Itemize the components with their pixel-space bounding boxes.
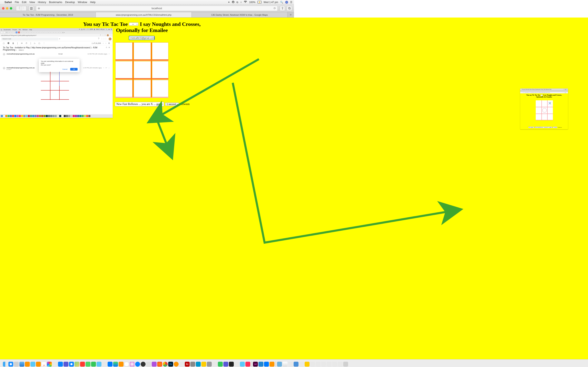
menu-bookmarks[interactable]: Bookmarks xyxy=(49,1,62,4)
ttt-cell-2-0[interactable] xyxy=(115,80,132,97)
gmail-siri-icon: ◉ xyxy=(108,29,110,31)
tab-googlemaps[interactable]: 136 Darley Street, Newtown NSW to trias … xyxy=(192,12,287,17)
bluetooth-icon[interactable]: ᚼ xyxy=(240,1,242,4)
mail-icon: ✉ xyxy=(21,42,23,44)
gmail-time: 12:58 PM (49 minutes ago) xyxy=(87,53,107,55)
star-icon: ☆ xyxy=(102,34,104,36)
ttt-cell-0-2[interactable] xyxy=(152,42,168,59)
more-icon: ⋮ xyxy=(110,34,112,36)
embedded-gmail-screenshot: ry Bookmarks People Tab Window Help ✦ ⓜ … xyxy=(0,28,113,118)
menuextra-icon[interactable]: ✦ xyxy=(228,1,230,4)
menu-help[interactable]: Help xyxy=(90,1,95,4)
gmail-from-2: rmetcalfe@rjmprogramming.com.au xyxy=(7,67,35,69)
gmail-spotlight-icon: 🔍 xyxy=(105,29,107,31)
label-icon: ▢ xyxy=(38,42,40,44)
gmail-embedded-dock xyxy=(0,114,113,118)
close-window-button[interactable] xyxy=(2,7,4,9)
avatar-icon xyxy=(107,34,109,36)
interval-select[interactable]: 1 second xyxy=(165,103,179,106)
ttt-cell-0-0[interactable] xyxy=(115,42,132,59)
tab-label: Tic Tac Toe - RJM Programming - December… xyxy=(23,14,73,16)
snooze-icon: ⏱ xyxy=(26,42,27,44)
window-controls xyxy=(2,7,12,9)
inbox-badge: Inbox x xyxy=(18,49,24,51)
email-value: rmetcalfe15@gmail.com xyxy=(130,37,154,39)
menubar-app[interactable]: Safari xyxy=(4,1,12,4)
gmail-search-input[interactable] xyxy=(1,38,58,40)
next-icon: › xyxy=(105,42,106,44)
forward-button[interactable]: 〉 xyxy=(21,6,26,11)
spotlight-icon[interactable]: 🔍 xyxy=(280,1,283,4)
gmail-toolbar: ▢ ⓿ 🗑 │ ✉ ⏱ │ ▷ ▢ ⋮ 1 of 19,208 ‹ › ⚙ xyxy=(0,41,113,45)
address-bar[interactable]: ⊕ localhost ⟳ xyxy=(36,6,278,11)
gmail-menuextra-icon: ✦ xyxy=(79,29,80,31)
headline-select[interactable]: ... xyxy=(129,22,138,26)
gmail-body: Tic Tac Toe - Invitation to Play ( http:… xyxy=(0,45,113,115)
star-icon: ☆ xyxy=(103,67,104,69)
gmail-search-row: ▾ ?⋮⋮⋮ xyxy=(0,37,113,41)
menu-develop[interactable]: Develop xyxy=(65,1,75,4)
gmail-from: rmetcalfe@rjmprogramming.com.au xyxy=(7,53,35,55)
new-tab-button[interactable]: ＋ xyxy=(287,12,294,17)
reply-icon: ↩ xyxy=(105,67,107,69)
airplay-icon[interactable]: ⧉ xyxy=(236,1,238,4)
gmail-wifi-icon: ⥣ xyxy=(87,29,89,31)
dialog-line-2: Are you sure? xyxy=(41,64,78,66)
gmail-menu-item: Help xyxy=(29,29,32,30)
tab-tictactoe[interactable]: Tic Tac Toe - RJM Programming - December… xyxy=(0,12,96,17)
back-button[interactable]: 〈 xyxy=(16,6,21,11)
sidebar-button[interactable]: ▥ xyxy=(29,6,34,11)
gmail-menu-item: People xyxy=(12,29,17,30)
back-icon: ▢ xyxy=(3,42,5,44)
status-text-box[interactable]: New Fast Reflexes ... you are X ... game xyxy=(115,102,164,106)
gmail-from-label: Gmail xyxy=(58,53,63,55)
menuextra-icon[interactable]: ⓜ xyxy=(232,0,234,4)
headline-part-b: I say Noughts and Crosses, xyxy=(140,21,201,27)
popout-icon: ⧉ xyxy=(109,47,110,49)
safari-tabstrip: Tic Tac Toe - RJM Programming - December… xyxy=(0,12,294,17)
gmail-menu-item: Bookmarks xyxy=(4,29,11,30)
menu-window[interactable]: Window xyxy=(78,1,87,4)
ttt-cell-1-0[interactable] xyxy=(115,61,132,78)
gmail-menu-item: Tab xyxy=(18,29,21,30)
search-icon: ⚲ xyxy=(100,34,101,36)
status-line: New Fast Reflexes ... you are X ... game… xyxy=(115,102,190,106)
share-button[interactable]: ⇪ xyxy=(280,6,285,11)
minimize-window-button[interactable] xyxy=(6,7,8,9)
ttt-cell-1-1[interactable] xyxy=(134,61,151,78)
page-content: You say Tic Tac Toe ... I say Noughts an… xyxy=(0,17,294,184)
ttt-cell-1-2[interactable] xyxy=(152,61,168,78)
star-icon: ☆ xyxy=(108,53,110,55)
help-icon: ? xyxy=(98,38,99,40)
ttt-cell-2-1[interactable] xyxy=(134,80,151,97)
url-text: localhost xyxy=(151,7,162,10)
gmail-to: to me xyxy=(7,69,10,70)
apps-icon: ⋮⋮⋮ xyxy=(101,38,107,40)
ttt-cell-2-2[interactable] xyxy=(152,80,168,97)
gmail-subject: Tic Tac Toe - Invitation to Play ( http:… xyxy=(3,47,104,51)
ttt-cell-0-1[interactable] xyxy=(134,42,151,59)
wifi-icon[interactable] xyxy=(244,1,247,4)
email-input[interactable]: rmetcalfe15@gmail.com xyxy=(129,36,155,40)
cancel-button[interactable]: Cancel xyxy=(62,68,68,71)
zoom-window-button[interactable] xyxy=(10,7,12,9)
menubar-clock[interactable]: Wed 1:47 pm xyxy=(264,1,278,4)
notification-center-icon[interactable]: ☰ xyxy=(290,1,292,4)
add-page-icon[interactable]: ⊕ xyxy=(38,7,40,10)
reload-icon[interactable]: ⟳ xyxy=(274,7,276,10)
menu-view[interactable]: View xyxy=(29,1,35,4)
menu-file[interactable]: File xyxy=(15,1,19,4)
gmail-tab-row: ‹› GGGG M ✉ GGGGGG GGGGGG GGGGG C+ xyxy=(0,31,113,34)
siri-icon[interactable] xyxy=(285,1,288,4)
status-after: between xyxy=(180,103,190,106)
dialog-line-1: You are submitting information to an ext… xyxy=(41,60,78,64)
menu-history[interactable]: History xyxy=(38,1,46,4)
more-icon: ⋮ xyxy=(108,67,110,69)
ok-button[interactable]: OK xyxy=(70,68,78,71)
show-tabs-button[interactable]: ⧉ xyxy=(287,6,292,11)
menu-edit[interactable]: Edit xyxy=(22,1,26,4)
tab-emailhtml[interactable]: www.rjmprogramming.com.au/HTMLCSS/emailh… xyxy=(96,12,191,17)
gmail-time-2: 1:15 PM (33 minutes ago) xyxy=(83,67,102,69)
settings-icon: ⚙ xyxy=(108,42,110,44)
more-icon: ⋮ xyxy=(43,42,45,44)
